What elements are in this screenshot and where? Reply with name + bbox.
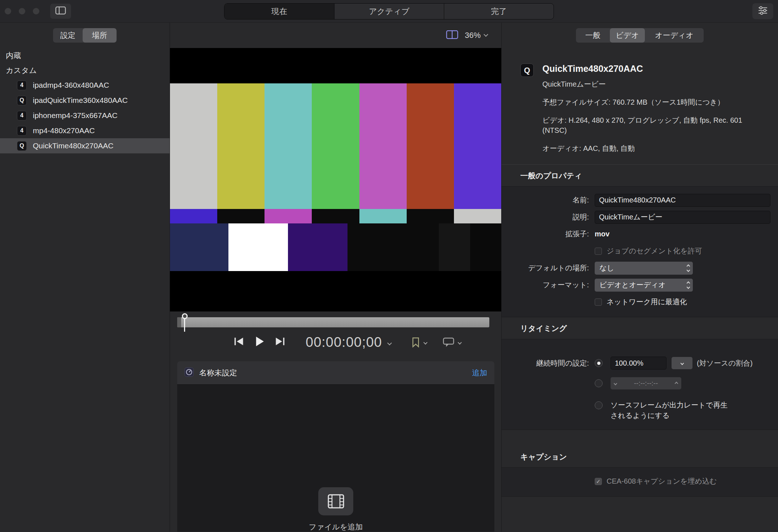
tab-completed[interactable]: 完了	[444, 4, 554, 19]
tab-audio[interactable]: オーディオ	[645, 28, 704, 43]
smpte-bar	[470, 223, 501, 271]
setting-title: QuickTime480x270AAC	[542, 64, 766, 74]
toolbar: 現在 アクティブ 完了	[0, 0, 778, 23]
ratio-note: (対ソースの割合)	[697, 358, 753, 368]
percent-popup[interactable]	[672, 357, 692, 369]
tab-settings[interactable]: 設定	[53, 28, 83, 43]
skip-forward-button[interactable]	[275, 337, 285, 348]
name-label: 名前:	[502, 195, 595, 205]
duration-percent-radio[interactable]	[595, 359, 603, 367]
batch-drop-zone[interactable]: ファイルを追加	[177, 384, 494, 532]
mpeg4-badge-icon: 4	[17, 111, 27, 121]
section-captions: キャプション	[502, 446, 778, 467]
window-zoom-button[interactable]	[33, 8, 39, 14]
list-item[interactable]: 4 ipadmp4-360x480AAC	[0, 78, 170, 93]
list-item-label: ipadmp4-360x480AAC	[33, 81, 109, 90]
mpeg4-badge-icon: 4	[17, 126, 27, 136]
timecode-chevron-icon[interactable]	[387, 341, 392, 345]
smpte-top-row	[170, 83, 501, 209]
chevron-down-icon[interactable]	[458, 340, 462, 344]
window-close-button[interactable]	[5, 8, 11, 14]
mpeg4-badge-icon: 4	[17, 80, 27, 90]
timecode-placeholder: --:--:--:--	[617, 379, 675, 387]
skip-back-button[interactable]	[233, 337, 244, 348]
window-minimize-button[interactable]	[19, 8, 25, 14]
section-general-properties: 一般のプロパティ	[502, 165, 778, 186]
cea-checkbox[interactable]: ✓	[595, 478, 602, 485]
chevron-down-icon[interactable]	[423, 340, 427, 344]
group-custom: カスタム	[0, 63, 170, 78]
format-row: フォーマット: ビデオとオーディオ	[502, 276, 770, 293]
list-item-label: iphonemp4-375x667AAC	[33, 111, 118, 120]
smpte-bar	[170, 223, 228, 271]
duration-timecode-radio[interactable]	[595, 379, 603, 387]
window-controls	[5, 8, 39, 14]
description-field[interactable]	[595, 211, 770, 224]
smpte-bottom-row	[170, 223, 501, 271]
network-optimize-label: ネットワーク用に最適化	[607, 297, 687, 307]
playhead[interactable]	[182, 313, 188, 319]
setting-summary: Q QuickTime480x270AAC QuickTimeムービー 予想ファ…	[502, 48, 778, 153]
tab-active[interactable]: アクティブ	[334, 4, 444, 19]
sidebar-toggle-button[interactable]	[50, 4, 71, 19]
tab-current[interactable]: 現在	[224, 4, 334, 19]
inspector-header: 一般 ビデオ オーディオ	[502, 23, 778, 48]
name-row: 名前:	[502, 192, 770, 209]
tab-locations[interactable]: 場所	[83, 28, 117, 43]
smpte-color-bars	[170, 83, 501, 271]
cea-row: ✓ CEA-608キャプションを埋め込む	[502, 473, 770, 490]
format-popup[interactable]: ビデオとオーディオ	[595, 279, 693, 292]
marker-button[interactable]	[411, 337, 427, 348]
smpte-bar	[265, 83, 312, 209]
split-view-icon[interactable]	[446, 30, 458, 41]
name-field[interactable]	[595, 194, 770, 207]
timecode-popup[interactable]: --:--:--:--	[611, 377, 681, 389]
timeline-scrubber[interactable]	[177, 317, 489, 327]
batch-panel: 名称未設定 追加 ファイル	[177, 361, 494, 532]
batch-header: 名称未設定 追加	[177, 361, 494, 384]
video-summary: ビデオ: H.264, 480 x 270, プログレッシブ, 自動 fps, …	[542, 115, 766, 135]
quicktime-badge-icon: Q	[520, 64, 534, 77]
group-builtin: 内蔵	[0, 48, 170, 63]
list-item[interactable]: 4 iphonemp4-375x667AAC	[0, 108, 170, 123]
extension-label: 拡張子:	[502, 229, 595, 239]
duration-timecode-row: --:--:--:--	[502, 373, 770, 393]
cea-label: CEA-608キャプションを埋め込む	[607, 476, 717, 486]
smpte-bar	[407, 209, 454, 223]
add-file-icon[interactable]	[318, 487, 353, 515]
smpte-bar	[407, 83, 454, 209]
default-location-row: デフォルトの場所: なし	[502, 260, 770, 276]
network-optimize-row: ネットワーク用に最適化	[502, 293, 770, 310]
annotation-button[interactable]	[443, 337, 461, 347]
network-optimize-checkbox[interactable]	[595, 298, 602, 306]
percent-field[interactable]	[611, 357, 666, 370]
smpte-bar	[217, 209, 265, 223]
smpte-bar	[348, 223, 439, 271]
timecode-display: 00:00:00;00	[306, 335, 382, 350]
source-frames-row: ソースフレームが出力レートで再生 されるようにする	[502, 400, 770, 421]
sidebar-header: 設定 場所	[0, 23, 170, 48]
tab-video[interactable]: ビデオ	[610, 28, 645, 43]
section-retiming: リタイミング	[502, 317, 778, 339]
play-button[interactable]	[254, 336, 265, 349]
popup-arrows-icon	[687, 265, 690, 271]
format-label: フォーマット:	[502, 280, 595, 290]
chevron-down-icon[interactable]	[484, 32, 488, 37]
source-frames-radio[interactable]	[595, 401, 603, 409]
inspector-segmented-control: 一般 ビデオ オーディオ	[576, 28, 704, 43]
tab-general[interactable]: 一般	[576, 28, 610, 43]
add-button[interactable]: 追加	[472, 368, 487, 378]
duration-label: 継続時間の設定:	[502, 358, 595, 368]
zoom-level[interactable]: 36%	[465, 31, 481, 40]
list-item-label: ipadQuickTime360x480AAC	[33, 96, 128, 105]
list-item[interactable]: Q ipadQuickTime360x480AAC	[0, 93, 170, 108]
transport-controls: 00:00:00;00	[170, 330, 501, 354]
list-item[interactable]: 4 mp4-480x270AAC	[0, 123, 170, 138]
audio-summary: オーディオ: AAC, 自動, 自動	[542, 143, 766, 153]
scrubber-area	[170, 311, 501, 330]
list-item-selected[interactable]: Q QuickTime480x270AAC	[0, 138, 170, 153]
default-location-popup[interactable]: なし	[595, 262, 693, 275]
job-segmenting-checkbox[interactable]	[595, 248, 602, 255]
settings-filter-button[interactable]	[752, 3, 773, 19]
smpte-bar	[312, 209, 359, 223]
